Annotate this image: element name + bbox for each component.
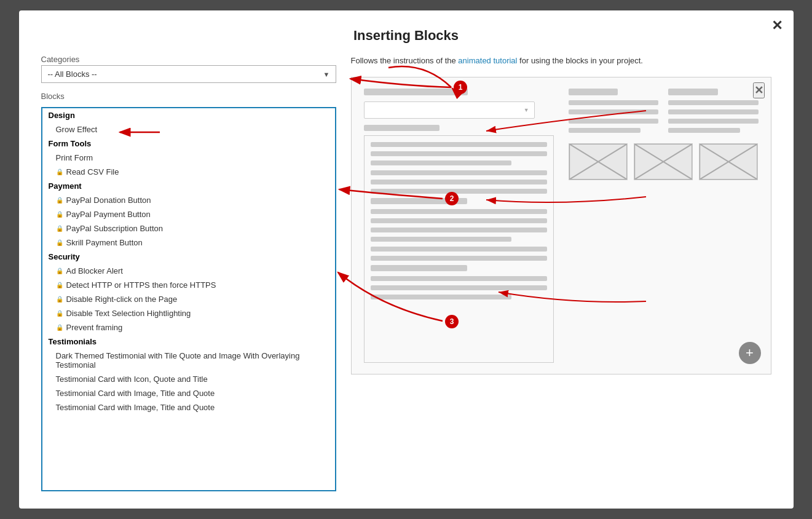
preview-area: ✕	[351, 77, 771, 492]
list-item-detect-http[interactable]: 🔒 Detect HTTP or HTTPS then force HTTPS	[42, 278, 335, 292]
list-item-disable-rightclick[interactable]: 🔒 Disable Right-click on the Page	[42, 292, 335, 306]
wire-r2-bar-3	[668, 109, 759, 114]
svg-rect-8	[700, 144, 757, 180]
lock-icon-paypal-payment: 🔒	[56, 211, 63, 218]
list-item-read-csv[interactable]: 🔒 Read CSV File	[42, 165, 335, 179]
preview-wireframe-left	[364, 89, 554, 363]
categories-select-wrapper: -- All Blocks -- ▼	[41, 65, 336, 83]
wire-bar-10	[371, 228, 547, 232]
categories-label: Categories	[41, 55, 336, 64]
lock-icon-skrill: 🔒	[56, 239, 63, 246]
svg-line-4	[634, 144, 692, 180]
wire-r-bar-1	[569, 89, 618, 95]
group-header-form-tools: Form Tools	[42, 137, 335, 151]
wire-image-2	[634, 143, 693, 180]
wire-bar-label	[364, 125, 440, 131]
plus-add-button[interactable]: +	[739, 342, 761, 364]
wire-right-col1	[569, 89, 659, 137]
lock-icon-prevent-framing: 🔒	[56, 324, 63, 331]
list-item-testimonial-card-image1[interactable]: Testimonial Card with Image, Title and Q…	[42, 386, 335, 400]
group-header-payment: Payment	[42, 179, 335, 193]
lock-icon-disable-textselect: 🔒	[56, 310, 63, 317]
wire-top-row	[569, 89, 759, 137]
wire-bar-17	[371, 295, 512, 299]
testimonial-card-icon-label: Testimonial Card with Icon, Quote and Ti…	[56, 374, 208, 384]
wire-bar-7	[371, 198, 468, 204]
wire-bar-8	[371, 209, 547, 214]
list-item-dark-testimonial[interactable]: Dark Themed Testimonial with Tile Quote …	[42, 349, 335, 372]
svg-line-0	[569, 144, 627, 180]
lock-icon-ad-blocker: 🔒	[56, 267, 63, 274]
wire-r2-bar-4	[668, 119, 759, 124]
list-item-grow-effect[interactable]: Grow Effect	[42, 122, 335, 137]
paypal-subscription-label: PayPal Subscription Button	[66, 224, 164, 233]
wire-bar-11	[371, 237, 512, 242]
preview-container: ✕	[351, 77, 771, 374]
wire-image-1	[569, 143, 628, 180]
wire-r2-bar-1	[668, 89, 718, 95]
list-item-testimonial-card-icon[interactable]: Testimonial Card with Icon, Quote and Ti…	[42, 372, 335, 386]
list-item-paypal-subscription[interactable]: 🔒 PayPal Subscription Button	[42, 221, 335, 236]
blocks-label: Blocks	[41, 92, 336, 101]
disable-textselect-label: Disable Text Selection Hightlighting	[66, 309, 191, 318]
wire-bar-16	[371, 285, 547, 290]
wire-bar-9	[371, 218, 547, 223]
lock-icon-read-csv: 🔒	[56, 168, 63, 175]
group-header-design: Design	[42, 108, 335, 122]
list-item-disable-textselect[interactable]: 🔒 Disable Text Selection Hightlighting	[42, 306, 335, 320]
wire-bar-12	[371, 247, 547, 252]
group-header-security: Security	[42, 250, 335, 264]
ad-blocker-label: Ad Blocker Alert	[66, 266, 124, 275]
preview-wireframe-right	[569, 89, 759, 363]
wire-bar-15	[371, 276, 547, 281]
list-item-prevent-framing[interactable]: 🔒 Prevent framing	[42, 320, 335, 335]
list-item-skrill-payment[interactable]: 🔒 Skrill Payment Button	[42, 236, 335, 250]
svg-line-3	[634, 144, 692, 180]
wire-images-row	[569, 143, 759, 180]
wire-image-3	[699, 143, 758, 180]
wire-right-col2	[668, 89, 759, 137]
svg-rect-2	[569, 144, 627, 180]
preview-close-button[interactable]: ✕	[753, 82, 765, 98]
wire-bar-4	[371, 170, 547, 175]
list-item-ad-blocker[interactable]: 🔒 Ad Blocker Alert	[42, 264, 335, 278]
list-item-testimonial-card-image2[interactable]: Testimonial Card with Image, Title and Q…	[42, 400, 335, 414]
wire-r-bar-3	[569, 109, 659, 114]
dark-testimonial-label: Dark Themed Testimonial with Tile Quote …	[56, 351, 321, 370]
modal-close-button[interactable]: ✕	[771, 19, 782, 33]
testimonial-card-image2-label: Testimonial Card with Image, Title and Q…	[56, 403, 215, 412]
list-item-print-form[interactable]: Print Form	[42, 151, 335, 165]
wire-r-bar-5	[569, 128, 641, 133]
paypal-payment-label: PayPal Payment Button	[66, 210, 151, 219]
wire-content-box	[364, 135, 554, 363]
wire-bar-2	[371, 151, 547, 156]
lock-icon-paypal-subscription: 🔒	[56, 225, 63, 232]
svg-line-7	[700, 144, 757, 180]
wire-bar-5	[371, 180, 547, 184]
wire-bar-13	[371, 256, 547, 261]
prevent-framing-label: Prevent framing	[66, 323, 123, 332]
print-form-label: Print Form	[56, 153, 93, 162]
testimonial-card-image1-label: Testimonial Card with Image, Title and Q…	[56, 389, 215, 398]
wire-r2-bar-2	[668, 100, 759, 105]
disable-rightclick-label: Disable Right-click on the Page	[66, 295, 178, 304]
modal-overlay: ✕ Inserting Blocks Categories -- All Blo…	[0, 0, 812, 519]
lock-icon-disable-rightclick: 🔒	[56, 296, 63, 303]
wire-dropdown[interactable]	[364, 101, 535, 119]
skrill-payment-label: Skrill Payment Button	[66, 238, 143, 247]
read-csv-label: Read CSV File	[66, 167, 119, 176]
list-item-paypal-donation[interactable]: 🔒 PayPal Donation Button	[42, 193, 335, 207]
wire-bar-6	[371, 189, 547, 194]
animated-tutorial-link[interactable]: animated tutorial	[458, 56, 517, 65]
categories-select[interactable]: -- All Blocks --	[41, 65, 336, 83]
paypal-donation-label: PayPal Donation Button	[66, 196, 151, 205]
wire-r-bar-2	[569, 100, 659, 105]
svg-line-1	[569, 144, 627, 180]
left-panel: Categories -- All Blocks -- ▼ Blocks Des…	[41, 55, 336, 491]
wire-bar-14	[371, 265, 468, 271]
wire-r2-bar-5	[668, 128, 740, 133]
right-panel: Follows the instructions of the animated…	[351, 55, 771, 491]
blocks-list[interactable]: Design Grow Effect Form Tools Print Form…	[41, 107, 336, 491]
detect-http-label: Detect HTTP or HTTPS then force HTTPS	[66, 280, 216, 290]
list-item-paypal-payment[interactable]: 🔒 PayPal Payment Button	[42, 207, 335, 221]
